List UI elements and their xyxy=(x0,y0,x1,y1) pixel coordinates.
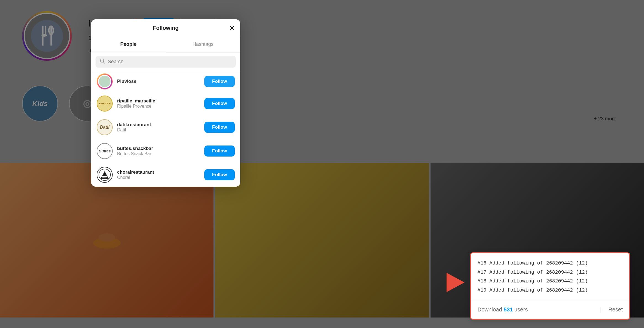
choral-logo: choral xyxy=(98,168,111,181)
console-panel: #16 Added following of 268209442 (12) #1… xyxy=(470,252,630,320)
user-info: Pluviose xyxy=(117,79,200,84)
list-item: choral choralrestaurant Choral Follow xyxy=(91,163,240,187)
search-icon xyxy=(100,59,105,65)
user-avatar: Buttes xyxy=(97,143,113,159)
console-footer: Download 531 users | Reset xyxy=(471,300,629,319)
log-line-4: #19 Added following of 268209442 (12) xyxy=(477,286,623,295)
log-line-3: #18 Added following of 268209442 (12) xyxy=(477,277,623,285)
user-info: datil.restaurant Datil xyxy=(117,122,200,133)
log-line-2: #17 Added following of 268209442 (12) xyxy=(477,268,623,277)
user-fullname: Choral xyxy=(117,175,200,180)
search-input[interactable] xyxy=(108,59,231,65)
svg-line-10 xyxy=(103,62,105,63)
user-info: buttes.snackbar Buttes Snack Bar xyxy=(117,146,200,156)
follow-button[interactable]: Follow xyxy=(204,146,235,157)
user-info: choralrestaurant Choral xyxy=(117,170,200,180)
user-username: buttes.snackbar xyxy=(117,146,200,151)
user-fullname: Datil xyxy=(117,128,200,133)
follow-button[interactable]: Follow xyxy=(204,98,235,109)
follow-button[interactable]: Follow xyxy=(204,169,235,180)
list-item: Buttes buttes.snackbar Buttes Snack Bar … xyxy=(91,139,240,163)
tab-hashtags[interactable]: Hashtags xyxy=(166,37,240,52)
user-username: ripaille_marseille xyxy=(117,98,200,104)
download-button[interactable]: Download 531 users xyxy=(471,300,600,319)
user-fullname: Ripaille Provence xyxy=(117,104,200,109)
arrow-indicator xyxy=(447,273,464,292)
modal-search xyxy=(91,52,240,71)
user-avatar xyxy=(97,73,113,89)
list-item: Pluviose Follow xyxy=(91,71,240,92)
modal-header: Following ✕ xyxy=(91,19,240,37)
follow-button[interactable]: Follow xyxy=(204,122,235,133)
following-modal: Following ✕ People Hashtags xyxy=(91,19,240,187)
list-item: RIPAILLE ripaille_marseille Ripaille Pro… xyxy=(91,92,240,115)
user-avatar: Datil xyxy=(97,119,113,135)
modal-title: Following xyxy=(153,25,178,31)
modal-tabs: People Hashtags xyxy=(91,37,240,52)
user-fullname: Buttes Snack Bar xyxy=(117,151,200,156)
svg-text:choral: choral xyxy=(102,177,107,179)
tab-people[interactable]: People xyxy=(91,37,166,52)
modal-list: Pluviose Follow RIPAILLE ripaille_marsei… xyxy=(91,71,240,187)
list-item: Datil datil.restaurant Datil Follow xyxy=(91,115,240,139)
user-avatar: RIPAILLE xyxy=(97,96,113,112)
follow-button[interactable]: Follow xyxy=(204,76,235,87)
log-line-1: #16 Added following of 268209442 (12) xyxy=(477,259,623,268)
user-avatar: choral xyxy=(97,167,113,183)
user-username: choralrestaurant xyxy=(117,170,200,175)
user-info: ripaille_marseille Ripaille Provence xyxy=(117,98,200,109)
search-wrapper xyxy=(96,56,236,68)
console-log-area: #16 Added following of 268209442 (12) #1… xyxy=(471,253,629,300)
reset-button[interactable]: Reset xyxy=(602,300,629,319)
user-username: Pluviose xyxy=(117,79,200,84)
user-username: datil.restaurant xyxy=(117,122,200,128)
modal-close-button[interactable]: ✕ xyxy=(229,25,235,31)
